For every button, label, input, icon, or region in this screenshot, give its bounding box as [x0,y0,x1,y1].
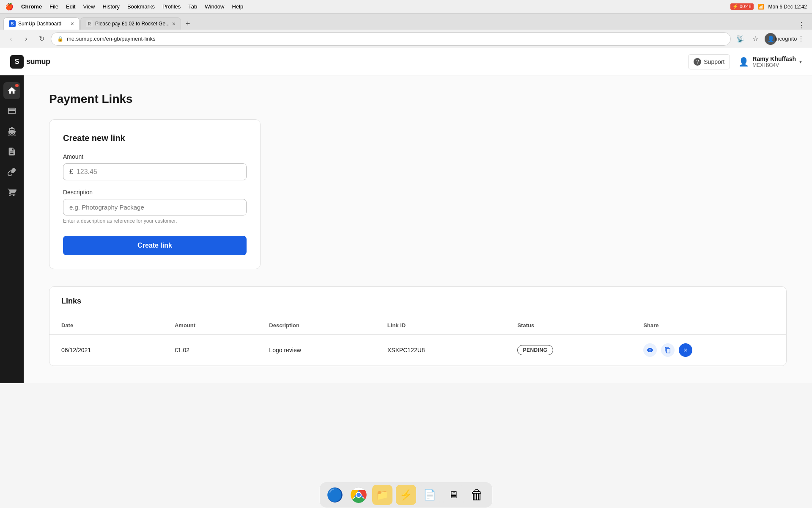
menu-tab[interactable]: Tab [188,3,197,10]
tab-favicon-1: S [9,20,16,27]
links-table: Date Amount Description Link ID Status S… [49,316,786,366]
main-content: Payment Links Create new link Amount £ D… [24,75,812,383]
app-name[interactable]: Chrome [21,3,42,10]
logo-icon: S [10,55,24,69]
tabs-menu-icon[interactable]: ⋮ [798,20,805,30]
menu-bookmarks[interactable]: Bookmarks [127,3,155,10]
sidebar-item-home[interactable] [3,82,20,99]
dock-chrome[interactable] [348,485,369,505]
dock-trash[interactable]: 🗑 [467,485,487,505]
content-body: Payment Links Create new link Amount £ D… [0,75,812,383]
tab-title-2: Please pay £1.02 to Rocket Ge... [95,21,170,27]
dock-pdf[interactable]: 📄 [420,485,440,505]
question-icon: ? [694,58,701,66]
datetime: Mon 6 Dec 12:42 [768,4,807,10]
sidebar-item-docs[interactable] [3,143,20,160]
header-right: ? Support 👤 Ramy Khuffash MEXH934V ▾ [688,54,802,69]
sidebar-item-shop[interactable] [3,184,20,201]
menu-window[interactable]: Window [205,3,224,10]
row-amount: £1.02 [163,335,257,366]
dock-bolt[interactable]: ⚡ [396,485,416,505]
menu-profiles[interactable]: Profiles [162,3,181,10]
sidebar [0,75,24,383]
menu-view[interactable]: View [83,3,95,10]
links-header: Links [49,287,786,316]
reload-button[interactable]: ↻ [36,33,47,45]
menubar: 🍎 Chrome File Edit View History Bookmark… [0,0,812,14]
browser-tab-active[interactable]: S SumUp Dashboard × [3,17,80,30]
new-tab-button[interactable]: + [182,18,194,30]
cast-icon[interactable]: 📡 [734,33,746,45]
dock: 🔵 📁 ⚡ 📄 🖥 🗑 [319,482,493,508]
amount-label: Amount [63,153,247,160]
dock-finder[interactable]: 🔵 [325,485,345,505]
tab-close-1[interactable]: × [71,21,74,27]
sidebar-item-ship[interactable] [3,123,20,140]
view-link-button[interactable] [643,343,657,357]
sumup-header: S sumup ? Support 👤 Ramy Khuffash MEXH93… [0,48,812,75]
svg-point-3 [357,493,361,497]
description-input[interactable] [63,199,247,215]
incognito-label: Incognito [780,33,792,45]
row-link-id: XSXPC122U8 [376,335,506,366]
user-details: Ramy Khuffash MEXH934V [752,55,796,68]
amount-input-wrapper[interactable]: £ [63,163,247,180]
sumup-logo: S sumup [10,55,50,69]
user-name: Ramy Khuffash [752,55,796,62]
row-actions [631,335,786,366]
user-info[interactable]: 👤 Ramy Khuffash MEXH934V ▾ [738,55,802,68]
sidebar-item-payments[interactable] [3,102,20,119]
links-title: Links [61,297,774,306]
tab-title-1: SumUp Dashboard [18,21,68,27]
chevron-down-icon: ▾ [799,59,802,65]
sidebar-item-links[interactable] [3,163,20,180]
amount-input[interactable] [77,168,240,176]
col-date: Date [49,316,163,335]
bookmark-icon[interactable]: ☆ [749,33,761,45]
user-id: MEXH934V [752,62,796,68]
user-avatar-icon: 👤 [738,57,749,67]
create-card-title: Create new link [63,133,247,143]
support-button[interactable]: ? Support [688,54,730,69]
menu-dots-icon[interactable]: ⋮ [795,33,807,45]
description-label: Description [63,189,247,196]
table-row: 06/12/2021 £1.02 Logo review XSXPC122U8 … [49,335,786,366]
description-hint: Enter a description as reference for you… [63,218,247,224]
col-description: Description [257,316,375,335]
col-status: Status [505,316,631,335]
dock-notes[interactable]: 📁 [372,485,392,505]
apple-menu[interactable]: 🍎 [5,3,14,11]
row-status: PENDING [505,335,631,366]
col-amount: Amount [163,316,257,335]
content-wrapper: S sumup ? Support 👤 Ramy Khuffash MEXH93… [0,48,812,383]
row-description: Logo review [257,335,375,366]
col-share: Share [631,316,786,335]
menu-edit[interactable]: Edit [66,3,75,10]
browser-tab-inactive[interactable]: R Please pay £1.02 to Rocket Ge... × [80,17,181,30]
forward-button[interactable]: › [20,33,32,45]
action-icons [643,343,774,357]
page-title: Payment Links [49,92,787,106]
wifi-icon: 📶 [758,4,764,10]
links-card: Links Date Amount Description Link ID St… [49,286,787,366]
amount-form-group: Amount £ [63,153,247,180]
menu-history[interactable]: History [102,3,119,10]
create-link-button[interactable]: Create link [63,236,247,255]
copy-link-button[interactable] [661,343,675,357]
back-button[interactable]: ‹ [5,33,17,45]
menu-help[interactable]: Help [232,3,244,10]
delete-link-button[interactable] [679,343,692,357]
table-header-row: Date Amount Description Link ID Status S… [49,316,786,335]
menu-file[interactable]: File [49,3,58,10]
status-badge: PENDING [517,345,553,355]
tab-favicon-2: R [86,20,93,27]
address-bar[interactable]: 🔒 me.sumup.com/en-gb/payment-links [51,32,731,46]
currency-symbol: £ [69,168,73,176]
battery-indicator: ⚡ 00:48 [730,3,754,10]
browser-toolbar: ‹ › ↻ 🔒 me.sumup.com/en-gb/payment-links… [0,30,812,48]
tab-close-2[interactable]: × [172,21,176,27]
col-link-id: Link ID [376,316,506,335]
home-badge [15,84,19,87]
description-form-group: Description Enter a description as refer… [63,189,247,224]
dock-display[interactable]: 🖥 [443,485,464,505]
